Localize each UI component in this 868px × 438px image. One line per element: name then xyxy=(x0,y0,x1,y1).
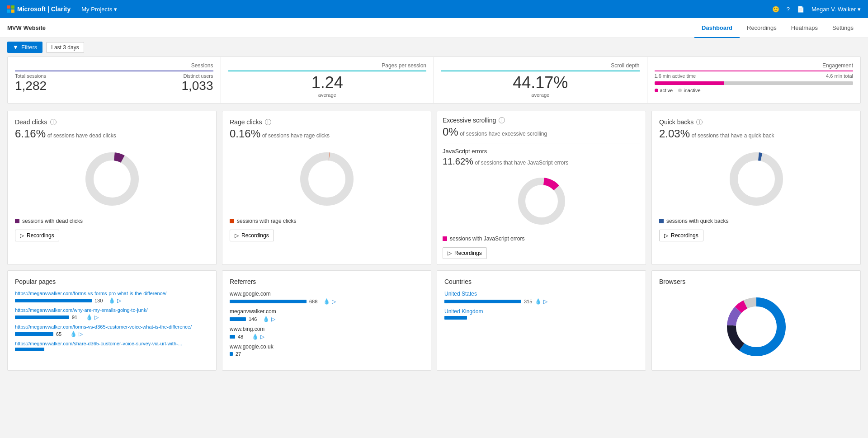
list-item: meganvwalker.com 146 💧 ▷ xyxy=(230,308,424,322)
rage-clicks-recordings-button[interactable]: ▷ Recordings xyxy=(230,230,274,241)
recording-icon[interactable]: ▷ xyxy=(271,316,275,322)
tab-dashboard[interactable]: Dashboard xyxy=(694,19,740,38)
chevron-down-icon: ▾ xyxy=(114,6,117,13)
recording-icon[interactable]: ▷ xyxy=(94,314,99,320)
ms-grid-icon xyxy=(7,5,14,13)
user-menu[interactable]: Megan V. Walker ▾ xyxy=(811,6,861,13)
rage-clicks-donut xyxy=(230,147,424,211)
scroll-card: Scroll depth 44.17% average xyxy=(434,57,647,103)
top-navigation: Microsoft | Clarity My Projects ▾ 🙂 ? 📄 … xyxy=(0,0,868,18)
referrers-card: Referrers www.google.com 688 💧 ▷ meganvw… xyxy=(222,270,431,371)
recording-icon[interactable]: ▷ xyxy=(543,298,547,305)
list-item: United States 315 💧 ▷ xyxy=(444,291,638,305)
heatmap-icon[interactable]: 💧 xyxy=(252,334,259,340)
rage-clicks-legend-color xyxy=(230,219,234,223)
quick-backs-legend-color xyxy=(659,219,664,223)
dead-clicks-donut xyxy=(15,147,209,211)
browsers-card: Browsers xyxy=(651,270,861,371)
engagement-times: 1.6 min active time 4.6 min total xyxy=(655,73,854,79)
bottom-row: Popular pages https://meganvwalker.com/f… xyxy=(7,270,861,371)
total-sessions: Total sessions 1,282 xyxy=(15,73,47,93)
heatmap-icon[interactable]: 💧 xyxy=(323,298,330,305)
quick-backs-recordings-button[interactable]: ▷ Recordings xyxy=(659,230,703,241)
main-content: Sessions Total sessions 1,282 Distinct u… xyxy=(0,57,868,378)
user-chevron-icon: ▾ xyxy=(858,6,861,13)
pages-card: Pages per session 1.24 average xyxy=(221,57,434,103)
pages-header: Pages per session xyxy=(228,62,427,71)
recording-icon[interactable]: ▷ xyxy=(117,297,121,304)
list-item: https://meganvwalker.com/share-d365-cust… xyxy=(15,341,209,351)
heatmap-icon[interactable]: 💧 xyxy=(263,316,269,322)
feedback-icon[interactable]: 🙂 xyxy=(772,6,779,13)
ms-logo: Microsoft | Clarity xyxy=(7,5,71,13)
quick-backs-info-icon[interactable]: i xyxy=(696,119,703,125)
dead-clicks-recordings-button[interactable]: ▷ Recordings xyxy=(15,230,59,241)
js-errors-legend: sessions with JavaScript errors xyxy=(443,235,640,242)
quick-backs-card: Quick backs i 2.03% of sessions that hav… xyxy=(651,111,861,265)
excessive-scrolling-card: Excessive scrolling i 0% of sessions hav… xyxy=(437,111,646,265)
list-item: www.bing.com 48 💧 ▷ xyxy=(230,326,424,340)
pages-value-wrap: 1.24 average xyxy=(228,73,427,98)
js-errors-donut xyxy=(443,174,640,228)
browsers-donut xyxy=(659,291,853,363)
notifications-icon[interactable]: 📄 xyxy=(797,6,804,13)
dead-clicks-title: Dead clicks i xyxy=(15,118,209,126)
quick-backs-legend: sessions with quick backs xyxy=(659,218,853,224)
brand-name: Microsoft | Clarity xyxy=(17,5,71,13)
heatmap-icon[interactable]: 💧 xyxy=(86,314,93,320)
sessions-card: Sessions Total sessions 1,282 Distinct u… xyxy=(8,57,221,103)
video-icon: ▷ xyxy=(235,232,239,239)
svg-point-0 xyxy=(90,156,135,202)
engagement-header: Engagement xyxy=(655,62,854,71)
popular-pages-card: Popular pages https://meganvwalker.com/f… xyxy=(7,270,217,371)
excessive-scrolling-title: Excessive scrolling i xyxy=(443,117,640,124)
scroll-value-wrap: 44.17% average xyxy=(441,73,640,98)
recording-icon[interactable]: ▷ xyxy=(332,298,336,305)
date-range-badge[interactable]: Last 3 days xyxy=(46,42,84,53)
tab-recordings[interactable]: Recordings xyxy=(740,19,784,38)
quick-backs-donut xyxy=(659,147,853,211)
engagement-legend: active inactive xyxy=(655,88,854,93)
distinct-users: Distinct users 1,033 xyxy=(181,73,213,93)
js-errors-recordings-button[interactable]: ▷ Recordings xyxy=(443,247,487,259)
engagement-card: Engagement 1.6 min active time 4.6 min t… xyxy=(647,57,861,103)
heatmap-icon[interactable]: 💧 xyxy=(535,298,542,305)
filters-button[interactable]: ▼ Filters xyxy=(7,42,42,53)
tab-settings[interactable]: Settings xyxy=(825,19,861,38)
tab-heatmaps[interactable]: Heatmaps xyxy=(784,19,825,38)
help-icon[interactable]: ? xyxy=(787,6,790,13)
video-icon: ▷ xyxy=(448,250,452,256)
quick-backs-title: Quick backs i xyxy=(659,118,853,126)
list-item: United Kingdom xyxy=(444,308,638,320)
list-item: www.google.co.uk 27 xyxy=(230,344,424,357)
recording-icon[interactable]: ▷ xyxy=(260,334,264,340)
engagement-bar xyxy=(655,81,854,85)
scroll-header: Scroll depth xyxy=(441,62,640,71)
video-icon: ▷ xyxy=(664,232,668,239)
recording-icon[interactable]: ▷ xyxy=(79,331,83,337)
js-errors-legend-color xyxy=(443,236,447,241)
project-title: MVW Website xyxy=(7,24,46,31)
rage-clicks-info-icon[interactable]: i xyxy=(265,119,271,125)
heatmap-icon[interactable]: 💧 xyxy=(70,331,77,337)
excessive-scrolling-info-icon[interactable]: i xyxy=(499,117,505,123)
active-legend-dot xyxy=(655,89,658,92)
video-icon: ▷ xyxy=(20,232,24,239)
nav-left: Microsoft | Clarity My Projects ▾ xyxy=(7,5,117,13)
list-item: www.google.com 688 💧 ▷ xyxy=(230,291,424,305)
browsers-title: Browsers xyxy=(659,278,853,285)
rage-clicks-card: Rage clicks i 0.16% of sessions have rag… xyxy=(222,111,431,265)
dead-clicks-card: Dead clicks i 6.16% of sessions have dea… xyxy=(7,111,217,265)
countries-card: Countries United States 315 💧 ▷ United K… xyxy=(437,270,646,371)
dead-clicks-info-icon[interactable]: i xyxy=(50,119,57,125)
toolbar: ▼ Filters Last 3 days xyxy=(0,38,868,57)
svg-point-6 xyxy=(734,156,779,202)
heatmap-icon[interactable]: 💧 xyxy=(108,297,115,304)
my-projects-menu[interactable]: My Projects ▾ xyxy=(81,6,117,13)
sessions-header: Sessions xyxy=(15,62,213,71)
rage-clicks-title: Rage clicks i xyxy=(230,118,424,126)
dead-clicks-legend: sessions with dead clicks xyxy=(15,218,209,224)
list-item: https://meganvwalker.com/forms-vs-forms-… xyxy=(15,291,209,304)
filter-icon: ▼ xyxy=(13,44,19,51)
metric-cards-row: Dead clicks i 6.16% of sessions have dea… xyxy=(7,111,861,265)
